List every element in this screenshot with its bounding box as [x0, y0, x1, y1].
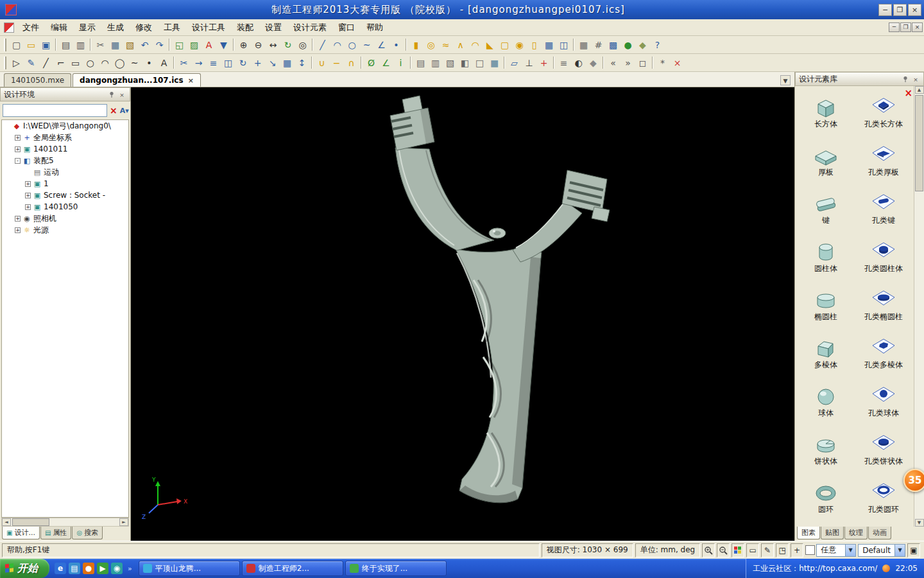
material-icon[interactable]: ◆ — [635, 37, 650, 52]
library-item-13[interactable]: 孔类球体 — [855, 384, 912, 432]
pick-mode-combo[interactable]: 任意 ▼ — [816, 544, 856, 557]
library-item-11[interactable]: 孔类多棱体 — [855, 336, 912, 384]
trim-icon[interactable]: ✂ — [176, 55, 191, 70]
angle-icon[interactable]: ∠ — [374, 37, 389, 52]
paste-icon[interactable]: ▧ — [123, 37, 137, 52]
view-next-icon[interactable]: » — [620, 55, 635, 70]
panel-close-icon[interactable]: × — [117, 91, 126, 99]
scroll-up-icon[interactable]: ▲ — [915, 86, 924, 94]
panel-toggle-icon[interactable]: ▣ — [907, 543, 920, 557]
library-tab-3[interactable]: 动画 — [868, 527, 891, 539]
polyline-icon[interactable]: ⌐ — [53, 55, 68, 70]
quicklaunch-player-icon[interactable]: ▶ — [97, 563, 108, 574]
color-palette-icon[interactable] — [732, 543, 744, 557]
mirror-icon[interactable]: ◫ — [556, 37, 571, 52]
line2-icon[interactable]: ╱ — [38, 55, 53, 70]
scrollbar-thumb[interactable] — [915, 95, 923, 191]
filter-clear-icon[interactable]: × — [110, 105, 117, 116]
chevron-down-icon[interactable]: ▼ — [845, 545, 855, 556]
menu-item-9[interactable]: 设计元素 — [287, 20, 332, 35]
menu-item-10[interactable]: 窗口 — [332, 20, 361, 35]
move-icon[interactable]: + — [250, 55, 265, 70]
ellipse-icon[interactable]: ◯ — [112, 55, 127, 70]
lock-icon[interactable]: ◆ — [586, 55, 601, 70]
left-panel-tab-0[interactable]: ▣设计... — [2, 527, 40, 539]
chevron-down-icon[interactable]: ▼ — [894, 545, 905, 556]
menu-item-3[interactable]: 生成 — [101, 20, 130, 35]
expand-icon[interactable]: + — [15, 135, 21, 141]
display-mode-icon[interactable]: ▩ — [606, 37, 620, 52]
display-solid-icon[interactable]: ▭ — [746, 543, 759, 557]
properties-icon[interactable]: i — [393, 55, 408, 70]
document-tab-0[interactable]: 1401050.mxe — [4, 73, 71, 87]
filter-sort-icon[interactable]: A▾ — [120, 107, 129, 115]
render-icon[interactable]: ● — [620, 37, 635, 52]
snap-icon[interactable]: # — [591, 37, 606, 52]
layers-icon[interactable]: ≡ — [556, 55, 571, 70]
tree-node-0[interactable]: ◆I:\WED\弹弓\dangong0\ — [2, 120, 128, 132]
library-item-17[interactable]: 孔类圆环 — [855, 480, 912, 527]
panel-close-icon[interactable]: × — [911, 75, 920, 83]
library-item-3[interactable]: 孔类厚板 — [855, 143, 912, 191]
mdi-minimize-button[interactable]: ─ — [889, 22, 900, 32]
spline-icon[interactable]: ~ — [359, 37, 374, 52]
full-screen-icon[interactable]: ◻ — [635, 55, 650, 70]
library-item-0[interactable]: 长方体 — [798, 95, 854, 143]
spline2-icon[interactable]: ~ — [127, 55, 142, 70]
toolbar-grip[interactable] — [4, 57, 6, 69]
zoom-in-icon[interactable]: ⊕ — [236, 37, 251, 52]
point2-icon[interactable]: • — [142, 55, 157, 70]
rotate-view-icon[interactable]: ↻ — [280, 37, 295, 52]
plane-icon[interactable]: ▱ — [507, 55, 522, 70]
quicklaunch-msg-icon[interactable]: ◉ — [111, 563, 123, 574]
library-item-4[interactable]: 键 — [798, 191, 854, 240]
new-icon[interactable]: ▢ — [9, 37, 24, 52]
edit-sketch-icon[interactable]: ✎ — [761, 543, 774, 557]
link-icon[interactable]: ◱ — [172, 37, 187, 52]
select-icon[interactable]: ▷ — [9, 55, 24, 70]
menu-item-6[interactable]: 设计工具 — [186, 20, 231, 35]
scrollbar-thumb[interactable] — [12, 518, 49, 526]
zoom-out-icon[interactable] — [717, 543, 730, 557]
axis-icon[interactable]: ⊥ — [522, 55, 536, 70]
stretch-icon[interactable]: ↕ — [295, 55, 309, 70]
revolve-icon[interactable]: ◎ — [424, 37, 438, 52]
library-close-button[interactable]: × — [904, 87, 912, 99]
tree-node-9[interactable]: +☼光源 — [2, 224, 128, 236]
arc2-icon[interactable]: ◠ — [98, 55, 112, 70]
menu-item-11[interactable]: 帮助 — [361, 20, 389, 35]
view-side-icon[interactable]: ▥ — [428, 55, 443, 70]
circle2-icon[interactable]: ○ — [83, 55, 98, 70]
circle-icon[interactable]: ○ — [345, 37, 359, 52]
undo-icon[interactable]: ↶ — [137, 37, 152, 52]
title-bar[interactable]: 制造工程师2013大赛专用版 （院校版） - [dangongzhuangpei… — [0, 0, 924, 19]
expand-icon[interactable]: + — [15, 227, 21, 233]
wireframe-icon[interactable]: □ — [472, 55, 487, 70]
mdi-close-button[interactable]: × — [912, 22, 923, 32]
pan-icon[interactable]: ↔ — [266, 37, 280, 52]
tray-app-icon[interactable] — [882, 565, 890, 572]
scale-icon[interactable]: ↘ — [265, 55, 280, 70]
measure-icon[interactable]: Ø — [364, 55, 379, 70]
insert-icon[interactable]: ▨ — [187, 37, 201, 52]
menu-item-0[interactable]: 文件 — [17, 20, 45, 35]
library-vertical-scrollbar[interactable]: ▲ ▼ — [914, 86, 924, 527]
boolean-intersect-icon[interactable]: ∩ — [344, 55, 359, 70]
rect-icon[interactable]: ▭ — [68, 55, 83, 70]
zoom-fit-icon[interactable]: ◎ — [295, 37, 310, 52]
coordinate-system-icon[interactable]: + — [536, 55, 551, 70]
left-panel-tab-1[interactable]: ▤属性 — [40, 527, 71, 539]
rib-icon[interactable]: ▯ — [527, 37, 542, 52]
quicklaunch-browser-icon[interactable]: e — [55, 563, 66, 574]
scroll-right-icon[interactable]: ► — [119, 518, 128, 526]
minimize-button[interactable]: ─ — [878, 4, 892, 16]
library-item-12[interactable]: 球体 — [798, 384, 854, 432]
viewport-canvas[interactable]: Y X Z — [131, 87, 794, 541]
mdi-restore-button[interactable]: ❐ — [900, 22, 911, 32]
document-tab-1[interactable]: dangongzhuan...107.ics× — [73, 73, 201, 87]
line-icon[interactable]: ╱ — [315, 37, 330, 52]
taskbar-item-0[interactable]: 平顶山龙腾... — [139, 561, 240, 576]
floating-badge[interactable]: 35 — [903, 469, 924, 492]
rotate-icon[interactable]: ↻ — [235, 55, 250, 70]
menu-item-5[interactable]: 工具 — [158, 20, 186, 35]
